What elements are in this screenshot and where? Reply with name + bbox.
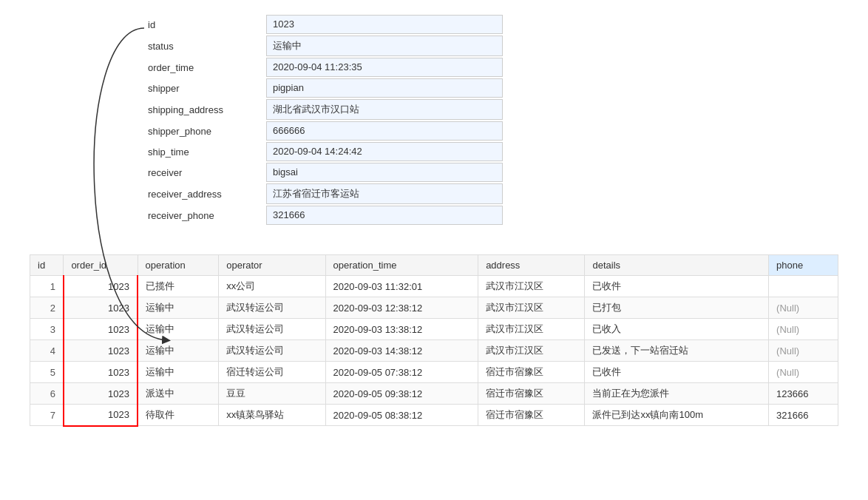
cell-address: 宿迁市宿豫区 <box>478 362 585 383</box>
cell-operation_time: 2020-09-05 07:38:12 <box>325 362 478 383</box>
cell-details: 已发送，下一站宿迁站 <box>585 340 769 362</box>
cell-phone: (Null) <box>769 340 838 362</box>
top-section: id1023status运输中order_time2020-09-04 11:2… <box>30 15 838 225</box>
field-value-id: 1023 <box>266 15 503 34</box>
col-header-phone: phone <box>769 255 838 276</box>
field-value-shipper_phone: 666666 <box>266 121 503 141</box>
cell-address: 武汉市江汉区 <box>478 319 585 340</box>
cell-operation_time: 2020-09-03 11:32:01 <box>325 276 478 297</box>
field-value-order_time: 2020-09-04 11:23:35 <box>266 58 503 77</box>
cell-operation_time: 2020-09-03 14:38:12 <box>325 340 478 362</box>
field-row-receiver_address: receiver_address江苏省宿迁市客运站 <box>148 183 503 204</box>
field-value-status: 运输中 <box>266 36 503 56</box>
cell-operator: 豆豆 <box>219 383 325 405</box>
field-value-receiver_address: 江苏省宿迁市客运站 <box>266 183 503 204</box>
cell-address: 宿迁市宿豫区 <box>478 383 585 405</box>
arrow-diagram <box>30 15 177 370</box>
col-header-address: address <box>478 255 585 276</box>
field-row-receiver: receiverbigsai <box>148 163 503 182</box>
cell-order_id: 1023 <box>64 405 138 426</box>
field-row-receiver_phone: receiver_phone321666 <box>148 206 503 225</box>
cell-operator: 武汉转运公司 <box>219 297 325 319</box>
cell-operator: 宿迁转运公司 <box>219 362 325 383</box>
cell-operation_time: 2020-09-03 13:38:12 <box>325 319 478 340</box>
cell-operation: 派送中 <box>138 383 219 405</box>
cell-details: 已收件 <box>585 362 769 383</box>
cell-operation_time: 2020-09-05 09:38:12 <box>325 383 478 405</box>
col-header-operation_time: operation_time <box>325 255 478 276</box>
cell-details: 派件已到达xx镇向南100m <box>585 405 769 426</box>
cell-phone: (Null) <box>769 362 838 383</box>
detail-fields: id1023status运输中order_time2020-09-04 11:2… <box>148 15 503 225</box>
cell-address: 武汉市江汉区 <box>478 340 585 362</box>
col-header-operator: operator <box>219 255 325 276</box>
field-value-shipper: pigpian <box>266 78 503 98</box>
cell-operator: 武汉转运公司 <box>219 340 325 362</box>
field-value-ship_time: 2020-09-04 14:24:42 <box>266 142 503 161</box>
field-row-status: status运输中 <box>148 36 503 56</box>
field-row-shipper_phone: shipper_phone666666 <box>148 121 503 141</box>
cell-details: 已收入 <box>585 319 769 340</box>
field-value-shipping_address: 湖北省武汉市汉口站 <box>266 99 503 120</box>
table-row: 71023待取件xx镇菜鸟驿站2020-09-05 08:38:12宿迁市宿豫区… <box>30 405 838 426</box>
cell-phone: (Null) <box>769 319 838 340</box>
cell-address: 武汉市江汉区 <box>478 276 585 297</box>
cell-phone: (Null) <box>769 297 838 319</box>
cell-operator: xx公司 <box>219 276 325 297</box>
table-row: 61023派送中豆豆2020-09-05 09:38:12宿迁市宿豫区当前正在为… <box>30 383 838 405</box>
cell-details: 当前正在为您派件 <box>585 383 769 405</box>
cell-operator: xx镇菜鸟驿站 <box>219 405 325 426</box>
field-value-receiver: bigsai <box>266 163 503 182</box>
cell-id: 7 <box>30 405 64 426</box>
cell-phone: 123666 <box>769 383 838 405</box>
field-row-shipping_address: shipping_address湖北省武汉市汉口站 <box>148 99 503 120</box>
cell-phone: 321666 <box>769 405 838 426</box>
cell-operator: 武汉转运公司 <box>219 319 325 340</box>
field-row-shipper: shipperpigpian <box>148 78 503 98</box>
col-header-details: details <box>585 255 769 276</box>
field-row-order_time: order_time2020-09-04 11:23:35 <box>148 58 503 77</box>
cell-phone <box>769 276 838 297</box>
field-value-receiver_phone: 321666 <box>266 206 503 225</box>
cell-order_id: 1023 <box>64 383 138 405</box>
cell-operation_time: 2020-09-03 12:38:12 <box>325 297 478 319</box>
cell-details: 已打包 <box>585 297 769 319</box>
field-row-id: id1023 <box>148 15 503 34</box>
cell-address: 武汉市江汉区 <box>478 297 585 319</box>
cell-operation_time: 2020-09-05 08:38:12 <box>325 405 478 426</box>
field-row-ship_time: ship_time2020-09-04 14:24:42 <box>148 142 503 161</box>
cell-details: 已收件 <box>585 276 769 297</box>
cell-operation: 待取件 <box>138 405 219 426</box>
cell-id: 6 <box>30 383 64 405</box>
cell-address: 宿迁市宿豫区 <box>478 405 585 426</box>
